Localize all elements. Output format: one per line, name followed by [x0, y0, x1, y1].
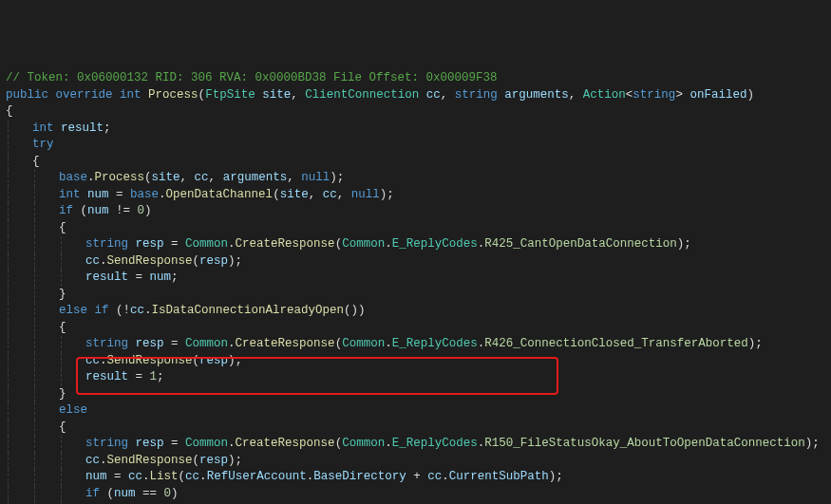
code-viewer: // Token: 0x06000132 RID: 306 RVA: 0x000…: [6, 70, 831, 504]
code-line: cc.SendResponse(resp);: [6, 253, 831, 271]
code-line: string resp = Common.CreateResponse(Comm…: [6, 336, 831, 353]
code-line: {: [6, 420, 831, 437]
code-line: {: [6, 320, 831, 337]
code-line: if (num == 0): [6, 486, 831, 503]
code-line: cc.SendResponse(resp);: [6, 453, 831, 470]
code-line: {: [6, 103, 831, 121]
code-line: }: [6, 386, 831, 403]
code-line: string resp = Common.CreateResponse(Comm…: [6, 236, 831, 253]
code-line: {: [6, 220, 831, 237]
code-line: num = cc.List(cc.RefUserAccount.BaseDire…: [6, 469, 831, 486]
code-line: result = 1;: [6, 369, 831, 386]
code-line: else if (!cc.IsDataConnectionAlreadyOpen…: [6, 303, 831, 320]
code-line: cc.SendResponse(resp);: [6, 353, 831, 370]
code-line: else: [6, 402, 831, 420]
code-line: string resp = Common.CreateResponse(Comm…: [6, 436, 831, 453]
code-line: try: [6, 137, 831, 154]
code-line: // Token: 0x06000132 RID: 306 RVA: 0x000…: [6, 70, 831, 87]
code-line: {: [6, 154, 831, 171]
code-line: int num = base.OpenDataChannel(site, cc,…: [6, 187, 831, 204]
code-line: }: [6, 287, 831, 304]
code-line: base.Process(site, cc, arguments, null);: [6, 170, 831, 187]
code-line: int result;: [6, 121, 831, 138]
code-line: public override int Process(FtpSite site…: [6, 87, 831, 104]
code-line: if (num != 0): [6, 203, 831, 220]
code-line: result = num;: [6, 270, 831, 287]
